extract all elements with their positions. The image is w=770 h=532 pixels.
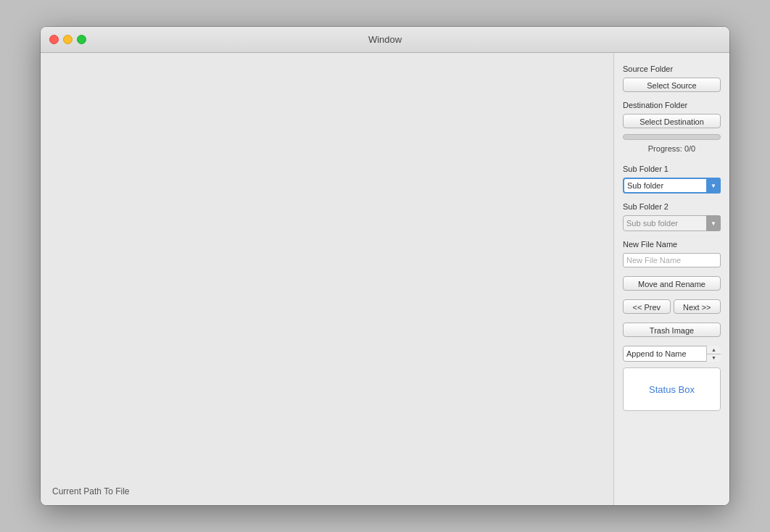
nav-button-row: << Prev Next >>: [623, 299, 721, 314]
progress-bar: [623, 134, 721, 140]
current-path-label: Current Path To File: [52, 486, 130, 496]
titlebar: Window: [41, 27, 729, 53]
progress-text: Progress: 0/0: [623, 144, 721, 153]
sub-folder-2-label: Sub Folder 2: [623, 202, 721, 211]
source-folder-label: Source Folder: [623, 65, 721, 73]
traffic-lights: [49, 35, 86, 44]
controls-panel: Source Folder Select Source Destination …: [613, 53, 729, 505]
next-button[interactable]: Next >>: [674, 299, 721, 314]
destination-folder-label: Destination Folder: [623, 101, 721, 109]
sub-folder-1-wrapper: Sub folder: [623, 178, 721, 194]
select-destination-button[interactable]: Select Destination: [623, 114, 721, 128]
sub-folder-2-wrapper: Sub sub folder: [623, 215, 721, 231]
stepper-up-button[interactable]: ▲: [707, 346, 721, 354]
sub-folder-2-select[interactable]: Sub sub folder: [623, 215, 721, 231]
close-button[interactable]: [49, 35, 59, 44]
move-rename-button[interactable]: Move and Rename: [623, 276, 721, 291]
window-title: Window: [368, 34, 402, 45]
status-box-title: Status Box: [649, 384, 695, 395]
status-box: Status Box: [623, 367, 721, 411]
new-file-name-input[interactable]: [623, 253, 721, 267]
sub-folder-1-label: Sub Folder 1: [623, 165, 721, 173]
select-source-button[interactable]: Select Source: [623, 78, 721, 92]
append-to-name-wrapper: Append to Name ▲ ▼: [623, 346, 721, 362]
main-window: Window Current Path To File Source Folde…: [41, 27, 729, 505]
minimize-button[interactable]: [63, 35, 73, 44]
trash-image-button[interactable]: Trash Image: [623, 323, 721, 337]
new-file-name-label: New File Name: [623, 240, 721, 249]
main-content-area: Current Path To File: [41, 53, 613, 505]
prev-button[interactable]: << Prev: [623, 299, 671, 314]
maximize-button[interactable]: [77, 35, 86, 44]
stepper-down-button[interactable]: ▼: [707, 354, 721, 362]
stepper-arrows: ▲ ▼: [706, 346, 721, 362]
window-body: Current Path To File Source Folder Selec…: [41, 53, 729, 505]
sub-folder-1-select[interactable]: Sub folder: [623, 178, 721, 194]
